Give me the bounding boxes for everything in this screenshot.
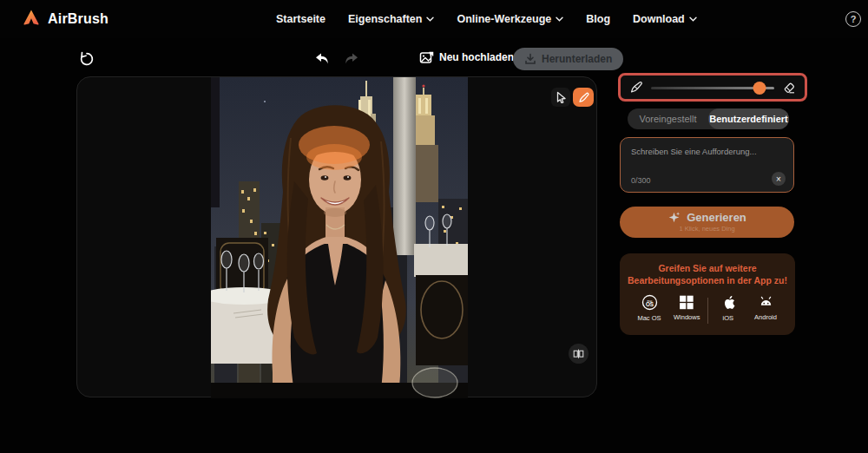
compare-button[interactable] xyxy=(569,344,589,364)
help-glyph: ? xyxy=(851,14,857,24)
generate-button[interactable]: Generieren 1 Klick, neues Ding xyxy=(620,207,794,238)
photo-illustration[interactable] xyxy=(211,77,468,398)
nav-label: Blog xyxy=(586,13,610,25)
airbrush-logo[interactable]: AirBrush xyxy=(23,9,108,30)
eraser-icon[interactable] xyxy=(782,81,796,95)
upload-image-icon xyxy=(419,49,434,64)
slider-thumb[interactable] xyxy=(753,82,766,95)
char-counter: 0/300 xyxy=(631,176,651,185)
brush-size-slider[interactable] xyxy=(651,82,774,94)
download-label: Herunterladen xyxy=(542,53,612,65)
app-promo-card: Greifen Sie auf weitere Bearbeitungsopti… xyxy=(620,253,795,335)
reset-icon xyxy=(79,51,95,67)
airbrush-editor: AirBrush Startseite Eigenschaften Online… xyxy=(0,0,868,453)
platform-ios[interactable]: iOS xyxy=(711,294,746,322)
clear-prompt-button[interactable]: × xyxy=(772,172,786,186)
brush-icon[interactable] xyxy=(629,81,643,95)
tab-label: Voreingestellt xyxy=(639,114,696,124)
nav-label: Download xyxy=(633,13,685,25)
generate-subtext: 1 Klick, neues Ding xyxy=(620,225,794,233)
nav-item-download[interactable]: Download xyxy=(633,13,697,25)
active-brush-icon xyxy=(578,92,589,103)
nav-item-eigenschaften[interactable]: Eigenschaften xyxy=(348,13,434,25)
undo-button[interactable] xyxy=(313,50,331,68)
chevron-down-icon xyxy=(556,16,563,22)
editing-canvas[interactable] xyxy=(76,76,597,397)
airbrush-logo-icon xyxy=(23,9,40,30)
main-nav: Startseite Eigenschaften Online-Werkzeug… xyxy=(276,0,697,38)
generate-label: Generieren xyxy=(687,211,746,224)
help-icon[interactable]: ? xyxy=(845,11,861,27)
compare-icon xyxy=(573,348,584,359)
nav-label: Startseite xyxy=(276,13,326,25)
nav-item-startseite[interactable]: Startseite xyxy=(276,13,326,25)
reupload-button[interactable]: Neu hochladen xyxy=(419,49,514,64)
redo-icon xyxy=(344,52,359,66)
sparkle-icon xyxy=(667,211,681,224)
prompt-input[interactable] xyxy=(621,138,793,167)
promo-title: Greifen Sie auf weitere Bearbeitungsopti… xyxy=(620,262,795,286)
platform-windows[interactable]: Windows xyxy=(669,294,704,321)
nav-item-blog[interactable]: Blog xyxy=(586,13,610,25)
platform-divider xyxy=(707,298,708,324)
mode-tabs: Voreingestellt Benutzerdefiniert xyxy=(628,108,789,129)
logo-text: AirBrush xyxy=(48,11,108,27)
svg-text:OS: OS xyxy=(645,302,653,308)
cursor-icon xyxy=(556,91,567,103)
apple-icon xyxy=(720,294,736,311)
platform-list: mac OS Mac OS Windows xyxy=(620,286,795,324)
reupload-label: Neu hochladen xyxy=(439,51,514,63)
macos-icon: mac OS xyxy=(641,294,658,311)
redo-button[interactable] xyxy=(343,50,360,68)
tab-benutzerdefiniert[interactable]: Benutzerdefiniert xyxy=(708,108,789,129)
header: AirBrush Startseite Eigenschaften Online… xyxy=(0,0,868,38)
chevron-down-icon xyxy=(426,16,434,22)
prompt-box: 0/300 × xyxy=(620,137,794,193)
platform-macos[interactable]: mac OS Mac OS xyxy=(632,294,667,322)
clear-icon: × xyxy=(776,174,781,184)
reset-button[interactable] xyxy=(78,50,95,68)
download-button[interactable]: Herunterladen xyxy=(513,48,623,70)
platform-android[interactable]: Android xyxy=(748,294,783,321)
select-tool-button[interactable] xyxy=(551,88,570,107)
download-icon xyxy=(524,53,536,65)
windows-icon xyxy=(679,294,694,310)
undo-icon xyxy=(314,52,330,66)
nav-item-online-werkzeuge[interactable]: Online-Werkzeuge xyxy=(457,13,563,25)
nav-label: Online-Werkzeuge xyxy=(457,13,551,25)
chevron-down-icon xyxy=(689,16,697,22)
tab-voreingestellt[interactable]: Voreingestellt xyxy=(628,108,708,129)
brush-tool-button[interactable] xyxy=(573,88,594,107)
brush-size-panel xyxy=(618,73,807,102)
tab-label: Benutzerdefiniert xyxy=(709,114,787,124)
android-icon xyxy=(758,294,774,310)
nav-label: Eigenschaften xyxy=(348,13,422,25)
